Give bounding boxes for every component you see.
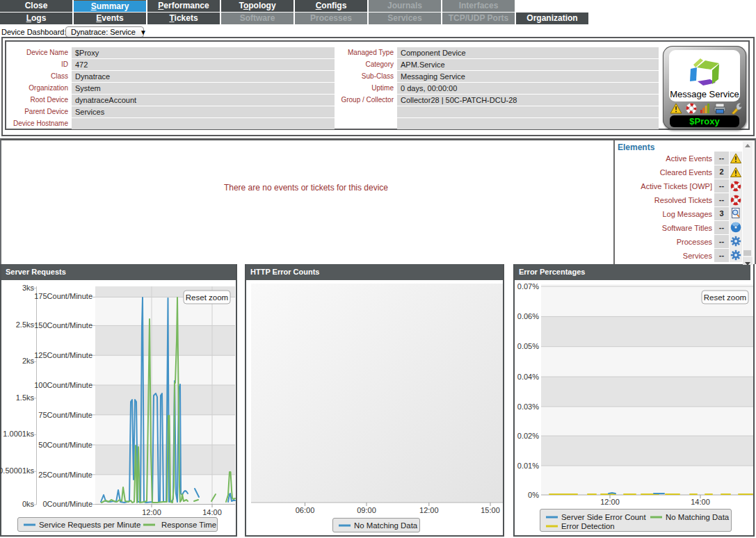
svg-text:0.04%: 0.04% <box>517 373 539 381</box>
svg-text:2.5ks: 2.5ks <box>16 320 35 329</box>
svg-text:Reset zoom: Reset zoom <box>704 293 746 302</box>
svg-text:12:00: 12:00 <box>142 508 161 516</box>
svg-text:No Matching Data: No Matching Data <box>666 513 730 521</box>
svg-text:0.50001ks: 0.50001ks <box>0 466 34 475</box>
svg-text:0.02%: 0.02% <box>517 432 539 440</box>
svg-text:Response Time: Response Time <box>161 521 216 529</box>
svg-text:15:00: 15:00 <box>481 506 500 514</box>
svg-text:Server Side Error Count: Server Side Error Count <box>561 513 646 521</box>
svg-text:0%: 0% <box>528 491 539 499</box>
svg-text:Service Requests per Minute: Service Requests per Minute <box>39 521 140 529</box>
svg-text:100Count/Minute: 100Count/Minute <box>34 381 93 389</box>
svg-text:0.05%: 0.05% <box>517 342 539 350</box>
svg-text:0.06%: 0.06% <box>517 312 539 320</box>
svg-text:75Count/Minute: 75Count/Minute <box>38 411 93 419</box>
svg-text:14:00: 14:00 <box>202 508 222 516</box>
svg-text:175Count/Minute: 175Count/Minute <box>34 292 93 300</box>
svg-text:0.01%: 0.01% <box>517 462 539 470</box>
svg-text:09:00: 09:00 <box>357 506 376 514</box>
svg-text:50Count/Minute: 50Count/Minute <box>38 441 93 449</box>
svg-text:06:00: 06:00 <box>296 506 315 514</box>
svg-text:150Count/Minute: 150Count/Minute <box>34 321 93 329</box>
svg-text:1.5ks: 1.5ks <box>16 393 35 402</box>
svg-text:25Count/Minute: 25Count/Minute <box>38 471 93 479</box>
svg-text:0.03%: 0.03% <box>517 402 539 411</box>
svg-text:0Count/Minute: 0Count/Minute <box>42 500 93 508</box>
svg-text:12:00: 12:00 <box>600 498 620 506</box>
svg-text:Error Detection: Error Detection <box>561 522 615 530</box>
svg-text:125Count/Minute: 125Count/Minute <box>34 351 93 359</box>
svg-text:Reset zoom: Reset zoom <box>186 293 228 302</box>
svg-text:No Matching Data: No Matching Data <box>354 521 418 530</box>
svg-text:2ks: 2ks <box>22 357 35 365</box>
svg-text:14:00: 14:00 <box>691 498 710 506</box>
svg-text:12:00: 12:00 <box>419 506 439 514</box>
svg-text:0ks: 0ks <box>22 500 35 508</box>
svg-text:0.07%: 0.07% <box>517 282 539 291</box>
svg-text:3ks: 3ks <box>22 284 35 292</box>
svg-text:1.0001ks: 1.0001ks <box>3 430 34 438</box>
